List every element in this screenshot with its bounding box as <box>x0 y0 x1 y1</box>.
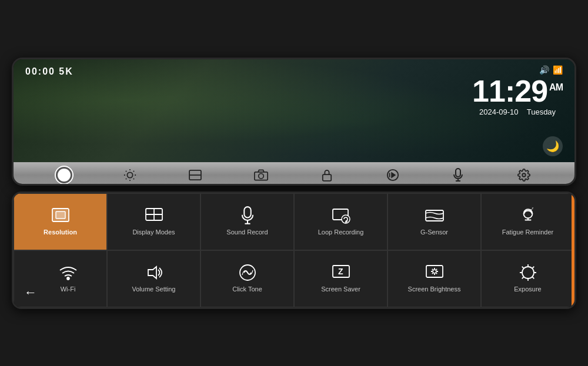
svg-point-42 <box>433 270 436 273</box>
volume-setting-label: Volume Setting <box>132 286 176 293</box>
svg-point-36 <box>67 277 69 280</box>
screen-saver-icon: Z <box>332 263 350 282</box>
menu-item-display-modes[interactable]: Display Modes <box>107 193 201 250</box>
playback-button[interactable] <box>384 166 402 184</box>
svg-line-47 <box>432 269 432 270</box>
exposure-label: Exposure <box>514 286 541 293</box>
ampm-value: AM <box>549 82 563 92</box>
bottom-screen: ← Resolution <box>14 193 574 307</box>
menu-item-g-sensor[interactable]: G-Sensor <box>387 193 481 250</box>
svg-marker-37 <box>148 267 156 278</box>
menu-item-loop-recording[interactable]: Loop Recording <box>294 193 387 250</box>
fatigue-reminder-icon: z z <box>519 206 537 225</box>
menu-item-click-tone[interactable]: Click Tone <box>201 250 294 307</box>
resolution-label: Resolution <box>44 229 77 236</box>
clock-time: 11:29AM <box>472 74 563 108</box>
svg-text:z: z <box>532 207 533 210</box>
menu-item-volume-setting[interactable]: Volume Setting <box>107 250 201 307</box>
svg-point-12 <box>259 173 264 179</box>
recording-info: 00:00 5K <box>25 66 74 77</box>
settings-button[interactable] <box>515 166 533 184</box>
screen-brightness-label: Screen Brightness <box>408 286 461 293</box>
clock-icons: 🔊 📶 <box>472 65 563 75</box>
click-tone-label: Click Tone <box>232 286 262 293</box>
wifi-label: Wi-Fi <box>61 286 76 293</box>
wifi-icon <box>59 263 78 282</box>
click-tone-icon <box>238 263 257 282</box>
display-modes-label: Display Modes <box>132 229 175 236</box>
svg-text:Z: Z <box>338 267 343 276</box>
screen-brightness-icon <box>425 263 444 282</box>
svg-point-19 <box>522 173 526 177</box>
g-sensor-label: G-Sensor <box>420 229 448 236</box>
display-modes-icon <box>145 206 163 225</box>
svg-rect-30 <box>426 210 443 221</box>
svg-line-58 <box>532 267 534 268</box>
top-screen: 00:00 5K 🔊 📶 11:29AM 2024-09-10 Tuesday … <box>14 59 574 162</box>
svg-line-8 <box>133 170 133 171</box>
day-value: Tuesday <box>527 108 556 116</box>
svg-line-50 <box>432 273 432 274</box>
brightness-button[interactable] <box>121 166 139 184</box>
sound-record-label: Sound Record <box>226 229 268 236</box>
g-sensor-icon <box>425 206 444 225</box>
menu-grid: Resolution Display Modes <box>14 193 574 307</box>
volume-setting-icon <box>145 263 163 282</box>
record-button[interactable] <box>55 166 73 184</box>
speaker-icon: 🔊 <box>539 65 549 75</box>
svg-line-56 <box>522 267 523 268</box>
camera-button[interactable] <box>252 166 270 184</box>
svg-line-4 <box>133 178 133 179</box>
bottom-menu-device: ← Resolution <box>12 192 576 309</box>
time-value: 11:29 <box>472 74 547 108</box>
top-mirror-device: 00:00 5K 🔊 📶 11:29AM 2024-09-10 Tuesday … <box>12 58 576 186</box>
svg-marker-15 <box>392 173 395 177</box>
lock-button[interactable] <box>318 166 336 184</box>
svg-rect-25 <box>244 207 250 218</box>
svg-point-51 <box>522 267 534 278</box>
clock-date: 2024-09-10 Tuesday <box>472 108 563 116</box>
svg-line-49 <box>436 269 436 270</box>
screen-saver-label: Screen Saver <box>321 286 360 293</box>
svg-rect-41 <box>426 266 443 277</box>
sound-record-icon <box>238 206 257 225</box>
svg-line-48 <box>436 273 436 274</box>
date-value: 2024-09-10 <box>479 108 519 116</box>
svg-rect-13 <box>323 174 331 181</box>
svg-rect-16 <box>456 169 460 177</box>
menu-item-screen-brightness[interactable]: Screen Brightness <box>387 250 481 307</box>
clock-display: 11:29AM <box>472 76 563 106</box>
resolution-icon <box>51 206 70 225</box>
svg-line-57 <box>532 277 534 279</box>
svg-line-59 <box>522 277 523 279</box>
svg-line-7 <box>125 178 126 179</box>
menu-item-fatigue-reminder[interactable]: z z Fatigue Reminder <box>481 193 574 250</box>
menu-item-resolution[interactable]: Resolution <box>14 193 107 250</box>
menu-item-sound-record[interactable]: Sound Record <box>201 193 294 250</box>
loop-recording-label: Loop Recording <box>318 229 364 236</box>
menu-item-screen-saver[interactable]: Z Screen Saver <box>294 250 387 307</box>
split-screen-button[interactable] <box>186 166 204 184</box>
svg-rect-21 <box>56 211 65 219</box>
back-button[interactable]: ← <box>24 285 37 300</box>
wifi-icon: 📶 <box>553 65 563 75</box>
svg-line-3 <box>125 170 126 171</box>
menu-item-exposure[interactable]: Exposure <box>481 250 574 307</box>
top-toolbar <box>14 162 574 186</box>
loop-recording-icon <box>332 206 350 225</box>
exposure-icon <box>519 263 537 282</box>
fatigue-reminder-label: Fatigue Reminder <box>502 229 553 236</box>
night-mode-button[interactable]: 🌙 <box>543 136 563 156</box>
clock-area: 🔊 📶 11:29AM 2024-09-10 Tuesday <box>472 65 563 116</box>
svg-point-0 <box>127 172 132 177</box>
microphone-button[interactable] <box>449 166 467 184</box>
